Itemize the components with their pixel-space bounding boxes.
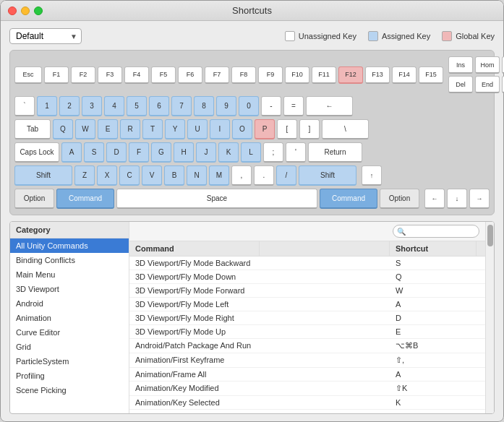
- key-g[interactable]: G: [151, 142, 171, 163]
- key-loption[interactable]: Option: [14, 189, 54, 209]
- table-row[interactable]: 3D Viewport/Fly Mode Down Q: [129, 270, 485, 284]
- scrollbar-thumb[interactable]: [487, 225, 493, 246]
- table-row[interactable]: 3D Viewport/Fly Mode Backward S: [129, 257, 485, 270]
- sidebar-item[interactable]: All Unity Commands: [10, 238, 129, 253]
- sidebar-item[interactable]: Scene Picking: [10, 383, 129, 397]
- key-roption[interactable]: Option: [380, 189, 419, 209]
- key-equals[interactable]: =: [283, 96, 304, 116]
- key-s[interactable]: S: [84, 142, 104, 163]
- key-f12[interactable]: F12: [338, 66, 363, 84]
- key-up[interactable]: ↑: [362, 165, 382, 186]
- key-j[interactable]: J: [196, 142, 216, 163]
- key-backspace[interactable]: ←: [306, 96, 353, 116]
- profile-dropdown[interactable]: Default Custom 1 Custom 2: [9, 28, 82, 44]
- key-rcommand[interactable]: Command: [320, 189, 377, 209]
- key-8[interactable]: 8: [194, 96, 214, 116]
- sidebar-item[interactable]: Main Menu: [10, 267, 129, 282]
- key-f15[interactable]: F15: [419, 66, 443, 84]
- key-a[interactable]: A: [61, 142, 82, 163]
- key-period[interactable]: .: [254, 165, 274, 186]
- key-f8[interactable]: F8: [231, 66, 256, 84]
- key-c[interactable]: C: [119, 165, 140, 186]
- sidebar-item[interactable]: Android: [10, 296, 129, 311]
- category-sidebar[interactable]: Category All Unity CommandsBinding Confl…: [10, 222, 129, 413]
- key-right[interactable]: →: [469, 189, 490, 209]
- sidebar-item[interactable]: Grid: [10, 340, 129, 354]
- sidebar-item[interactable]: Animation: [10, 311, 129, 325]
- key-comma[interactable]: ,: [231, 165, 252, 186]
- key-o[interactable]: O: [232, 119, 252, 139]
- minimize-button[interactable]: [21, 7, 30, 15]
- key-n[interactable]: N: [187, 165, 207, 186]
- key-f5[interactable]: F5: [151, 66, 176, 84]
- key-f10[interactable]: F10: [285, 66, 309, 84]
- key-f2[interactable]: F2: [71, 66, 95, 84]
- key-rbracket[interactable]: ]: [299, 119, 320, 139]
- table-row[interactable]: Animation/Frame All A: [129, 368, 485, 382]
- table-row[interactable]: 3D Viewport/Fly Mode Forward W: [129, 284, 485, 298]
- key-minus[interactable]: -: [261, 96, 281, 116]
- key-tab[interactable]: Tab: [14, 119, 51, 139]
- maximize-button[interactable]: [34, 7, 43, 15]
- key-rshift[interactable]: Shift: [299, 165, 356, 186]
- key-backslash[interactable]: \: [322, 119, 369, 139]
- key-m[interactable]: M: [209, 165, 229, 186]
- sidebar-item[interactable]: Curve Editor: [10, 325, 129, 340]
- sidebar-item[interactable]: ParticleSystem: [10, 354, 129, 369]
- key-down[interactable]: ↓: [447, 189, 467, 209]
- sidebar-item[interactable]: 3D Viewport: [10, 282, 129, 296]
- key-9[interactable]: 9: [216, 96, 236, 116]
- key-semicolon[interactable]: ;: [263, 142, 283, 163]
- key-k[interactable]: K: [218, 142, 239, 163]
- key-7[interactable]: 7: [171, 96, 192, 116]
- table-row[interactable]: Animation/Key Selected K: [129, 396, 485, 410]
- key-lbracket[interactable]: [: [277, 119, 297, 139]
- key-f7[interactable]: F7: [205, 66, 229, 84]
- key-del[interactable]: Del: [448, 76, 473, 93]
- key-quote[interactable]: ': [286, 142, 306, 163]
- key-e[interactable]: E: [98, 119, 118, 139]
- key-t[interactable]: T: [142, 119, 163, 139]
- key-f14[interactable]: F14: [392, 66, 417, 84]
- key-z[interactable]: Z: [74, 165, 95, 186]
- key-left[interactable]: ←: [424, 189, 445, 209]
- sidebar-item[interactable]: Binding Conflicts: [10, 253, 129, 267]
- key-h[interactable]: H: [174, 142, 194, 163]
- key-f1[interactable]: F1: [44, 66, 69, 84]
- key-p[interactable]: P: [255, 119, 275, 139]
- key-b[interactable]: B: [164, 165, 184, 186]
- key-y[interactable]: Y: [165, 119, 185, 139]
- key-lcommand[interactable]: Command: [56, 189, 114, 209]
- key-f3[interactable]: F3: [98, 66, 122, 84]
- key-i[interactable]: I: [210, 119, 230, 139]
- key-esc[interactable]: Esc: [14, 66, 42, 84]
- key-1[interactable]: 1: [37, 96, 57, 116]
- key-d[interactable]: D: [106, 142, 127, 163]
- key-end[interactable]: End: [475, 76, 500, 93]
- sidebar-item[interactable]: Profiling: [10, 369, 129, 383]
- key-backtick[interactable]: `: [14, 96, 35, 116]
- key-2[interactable]: 2: [59, 96, 80, 116]
- key-f9[interactable]: F9: [258, 66, 283, 84]
- key-0[interactable]: 0: [239, 96, 259, 116]
- table-row[interactable]: 3D Viewport/Fly Mode Right D: [129, 311, 485, 325]
- key-u[interactable]: U: [187, 119, 208, 139]
- key-lshift[interactable]: Shift: [14, 165, 72, 186]
- table-row[interactable]: Android/Patch Package And Run ⌥⌘B: [129, 339, 485, 353]
- key-f6[interactable]: F6: [178, 66, 202, 84]
- key-capslock[interactable]: Caps Lock: [14, 142, 59, 163]
- key-f4[interactable]: F4: [124, 66, 149, 84]
- table-row[interactable]: Animation/First Keyframe ⇧,: [129, 353, 485, 368]
- key-q[interactable]: Q: [53, 119, 73, 139]
- key-l[interactable]: L: [241, 142, 261, 163]
- key-3[interactable]: 3: [82, 96, 102, 116]
- key-4[interactable]: 4: [104, 96, 124, 116]
- key-space[interactable]: Space: [116, 189, 317, 209]
- key-r[interactable]: R: [120, 119, 140, 139]
- key-6[interactable]: 6: [149, 96, 169, 116]
- table-row[interactable]: 3D Viewport/Fly Mode Up E: [129, 325, 485, 339]
- key-x[interactable]: X: [97, 165, 117, 186]
- right-scrollbar[interactable]: [485, 222, 494, 413]
- search-input[interactable]: [393, 225, 479, 238]
- key-f[interactable]: F: [129, 142, 149, 163]
